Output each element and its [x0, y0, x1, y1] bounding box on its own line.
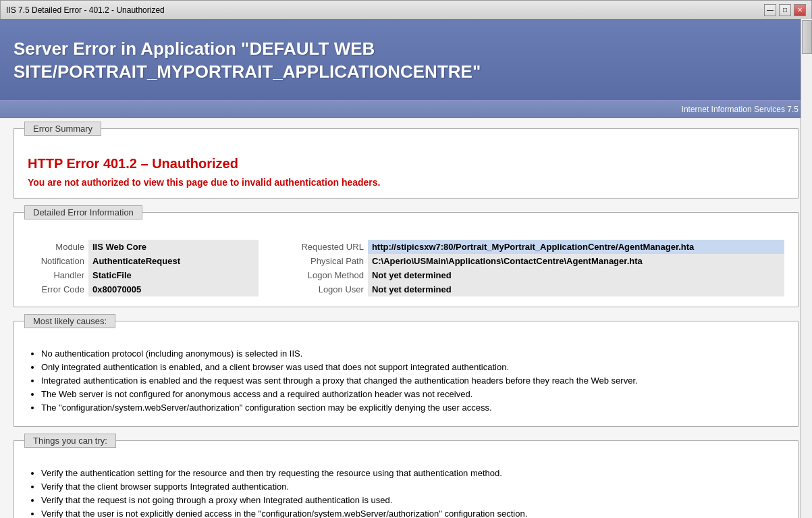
- list-item: Only integrated authentication is enable…: [41, 362, 784, 372]
- things-you-can-try-header: Things you can try:: [24, 434, 116, 448]
- list-item: The Web server is not configured for ano…: [41, 389, 784, 399]
- things-you-can-try-section: Things you can try: Verify the authentic…: [13, 440, 799, 518]
- page-header: Server Error in Application "DEFAULT WEB…: [0, 19, 812, 100]
- error-summary-header: Error Summary: [24, 122, 101, 136]
- detailed-error-section: Detailed Error Information Module IIS We…: [13, 212, 799, 307]
- label-logon-user: Logon User: [279, 282, 368, 296]
- error-description: You are not authorized to view this page…: [28, 177, 784, 188]
- value-notification: AuthenticateRequest: [88, 254, 259, 268]
- list-item: Verify the authentication setting for th…: [41, 468, 784, 478]
- minimize-button[interactable]: —: [764, 4, 776, 16]
- label-handler: Handler: [28, 268, 88, 282]
- table-row: Module IIS Web Core Requested URL http:/…: [28, 240, 784, 254]
- table-row: Handler StaticFile Logon Method Not yet …: [28, 268, 784, 282]
- error-summary-content: HTTP Error 401.2 – Unauthorized You are …: [14, 143, 798, 198]
- detail-table: Module IIS Web Core Requested URL http:/…: [28, 240, 784, 296]
- iis-brand-text: Internet Information Services 7.5: [682, 105, 799, 114]
- most-likely-causes-section: Most likely causes: No authentication pr…: [13, 321, 799, 427]
- value-logon-user: Not yet determined: [368, 282, 784, 296]
- main-content: Error Summary HTTP Error 401.2 – Unautho…: [0, 118, 812, 518]
- value-logon-method: Not yet determined: [368, 268, 784, 282]
- page-title: Server Error in Application "DEFAULT WEB…: [13, 38, 799, 84]
- most-likely-causes-header: Most likely causes:: [24, 314, 115, 328]
- window-controls: — □ ✕: [764, 4, 806, 16]
- table-row: Error Code 0x80070005 Logon User Not yet…: [28, 282, 784, 296]
- value-module: IIS Web Core: [88, 240, 259, 254]
- label-error-code: Error Code: [28, 282, 88, 296]
- list-item: No authentication protocol (including an…: [41, 348, 784, 359]
- value-handler: StaticFile: [88, 268, 259, 282]
- close-button[interactable]: ✕: [794, 4, 806, 16]
- things-you-can-try-content: Verify the authentication setting for th…: [14, 455, 798, 518]
- window-chrome: IIS 7.5 Detailed Error - 401.2 - Unautho…: [0, 0, 812, 19]
- most-likely-causes-content: No authentication protocol (including an…: [14, 335, 798, 426]
- detailed-error-content: Module IIS Web Core Requested URL http:/…: [14, 226, 798, 307]
- try-list: Verify the authentication setting for th…: [28, 468, 784, 518]
- list-item: The "configuration/system.webServer/auth…: [41, 403, 784, 413]
- error-summary-section: Error Summary HTTP Error 401.2 – Unautho…: [13, 128, 799, 199]
- label-module: Module: [28, 240, 88, 254]
- detailed-error-header: Detailed Error Information: [24, 205, 142, 219]
- error-title: HTTP Error 401.2 – Unauthorized: [28, 156, 784, 172]
- label-notification: Notification: [28, 254, 88, 268]
- value-error-code: 0x80070005: [88, 282, 259, 296]
- iis-brand-bar: Internet Information Services 7.5: [0, 100, 812, 118]
- list-item: Integrated authentication is enabled and…: [41, 375, 784, 386]
- causes-list: No authentication protocol (including an…: [28, 348, 784, 413]
- label-logon-method: Logon Method: [279, 268, 368, 282]
- list-item: Verify that the user is not explicitly d…: [41, 509, 784, 518]
- scrollbar-track[interactable]: [801, 19, 812, 518]
- label-requested-url: Requested URL: [279, 240, 368, 254]
- label-physical-path: Physical Path: [279, 254, 368, 268]
- value-requested-url: http://stipicsxw7:80/Portrait_MyPortrait…: [368, 240, 784, 254]
- value-physical-path: C:\Aperio\USMain\Applications\ContactCen…: [368, 254, 784, 268]
- window-title: IIS 7.5 Detailed Error - 401.2 - Unautho…: [6, 5, 165, 15]
- list-item: Verify that the client browser supports …: [41, 482, 784, 492]
- list-item: Verify that the request is not going thr…: [41, 495, 784, 505]
- scrollbar-thumb[interactable]: [802, 20, 812, 54]
- maximize-button[interactable]: □: [779, 4, 791, 16]
- table-row: Notification AuthenticateRequest Physica…: [28, 254, 784, 268]
